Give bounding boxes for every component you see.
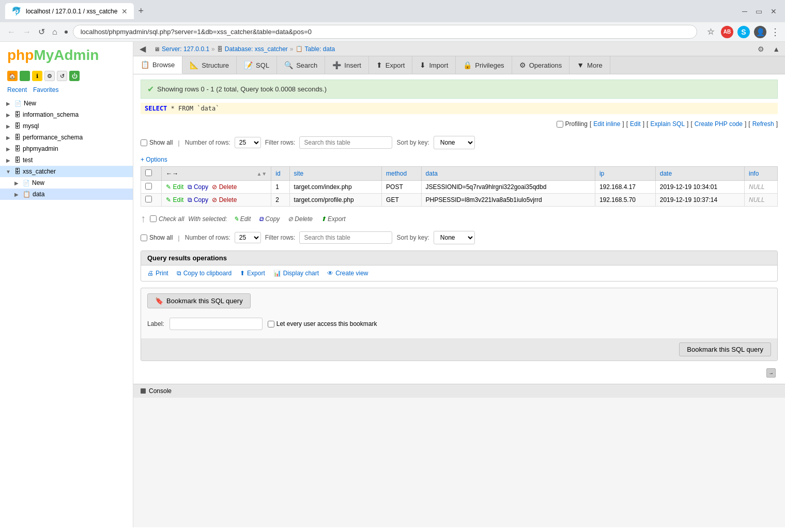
settings-quick-icon[interactable]: ⚙ xyxy=(44,71,55,81)
exit-quick-icon[interactable]: ⏻ xyxy=(69,71,80,81)
print-link[interactable]: 🖨 Print xyxy=(147,270,168,277)
adblock-icon[interactable]: AB xyxy=(721,26,733,38)
with-selected-copy-btn[interactable]: ⧉ Copy xyxy=(257,215,282,223)
scroll-to-top-icon[interactable]: ↑ xyxy=(141,213,146,225)
home-button[interactable]: ⌂ xyxy=(50,25,59,39)
select-all-checkbox[interactable] xyxy=(145,169,152,176)
with-selected-export-btn[interactable]: ⬆ Export xyxy=(319,215,348,223)
check-all-label[interactable]: Check all xyxy=(150,215,184,223)
edit-row-link[interactable]: ✎ Edit xyxy=(166,196,183,204)
tab-operations[interactable]: ⚙ Operations xyxy=(512,56,570,74)
settings-button[interactable]: ⚙ xyxy=(755,43,767,55)
col-info-link[interactable]: info xyxy=(749,170,759,177)
rows-select-bottom[interactable]: 25 50 100 xyxy=(235,232,261,243)
edit-inline-link[interactable]: Edit inline xyxy=(593,120,620,128)
console-bar[interactable]: Console xyxy=(133,384,785,398)
bookmark-label-input[interactable] xyxy=(170,318,263,330)
address-bar[interactable] xyxy=(73,25,697,39)
tab-insert[interactable]: ➕ Insert xyxy=(325,56,369,74)
tab-privileges[interactable]: 🔒 Privileges xyxy=(456,56,512,74)
copy-row-link[interactable]: ⧉ Copy xyxy=(188,196,208,204)
create-php-link[interactable]: Create PHP code xyxy=(695,120,743,128)
tab-structure[interactable]: 📐 Structure xyxy=(182,56,237,74)
breadcrumb-table[interactable]: Table: data xyxy=(305,45,335,53)
bookmark-access-label[interactable]: Let every user access this bookmark xyxy=(268,320,377,327)
row-checkbox[interactable] xyxy=(145,183,152,190)
tab-more[interactable]: ▼ More xyxy=(569,56,610,74)
bookmark-access-checkbox[interactable] xyxy=(268,321,274,327)
home-quick-icon[interactable]: 🏠 xyxy=(7,71,18,81)
recent-link[interactable]: Recent xyxy=(7,86,27,93)
check-all-checkbox[interactable] xyxy=(150,215,157,222)
sidebar-item-performance_schema[interactable]: ▶ 🗄 performance_schema xyxy=(0,132,133,143)
sidebar-item-xss_catcher[interactable]: ▼ 🗄 xss_catcher xyxy=(0,166,133,177)
sort-select-top[interactable]: None xyxy=(434,136,475,149)
sql-quick-icon[interactable] xyxy=(20,71,30,81)
with-selected-delete-btn[interactable]: ⊘ Delete xyxy=(286,215,315,223)
tab-browse[interactable]: 📋 Browse xyxy=(133,56,182,74)
col-data-link[interactable]: data xyxy=(426,170,438,177)
tab-close-icon[interactable]: ✕ xyxy=(121,7,128,15)
col-method-link[interactable]: method xyxy=(386,170,407,177)
display-chart-link[interactable]: 📊 Display chart xyxy=(273,270,319,277)
breadcrumb-database[interactable]: Database: xss_catcher xyxy=(225,45,288,53)
profile-icon[interactable]: 👤 xyxy=(754,26,766,38)
minimize-button[interactable]: ─ xyxy=(739,6,750,17)
back-button[interactable]: ← xyxy=(5,25,18,39)
delete-row-link[interactable]: ⊘ Delete xyxy=(212,183,237,191)
close-button[interactable]: ✕ xyxy=(767,6,780,17)
explain-sql-link[interactable]: Explain SQL xyxy=(650,120,685,128)
sort-select-bottom[interactable]: None xyxy=(434,231,475,244)
rows-select-top[interactable]: 25 50 100 xyxy=(235,137,261,148)
qr-export-link[interactable]: ⬆ Export xyxy=(240,270,265,277)
edit-link[interactable]: Edit xyxy=(630,120,641,128)
sidebar-item-new-top[interactable]: ▶ 📄 New xyxy=(0,98,133,109)
col-id-link[interactable]: id xyxy=(275,170,280,177)
refresh-link[interactable]: Refresh xyxy=(752,120,774,128)
bookmark-header-btn[interactable]: 🔖 Bookmark this SQL query xyxy=(147,293,251,308)
with-selected-edit-btn[interactable]: ✎ Edit xyxy=(232,215,253,223)
tab-sql[interactable]: 📝 SQL xyxy=(237,56,277,74)
sidebar-item-information_schema[interactable]: ▶ 🗄 information_schema xyxy=(0,109,133,120)
tab-search[interactable]: 🔍 Search xyxy=(277,56,325,74)
collapse-sidebar-button[interactable]: ◀ xyxy=(135,42,150,56)
show-all-checkbox-bottom[interactable] xyxy=(141,234,147,241)
browser-tab[interactable]: 🐬 localhost / 127.0.0.1 / xss_catche ✕ xyxy=(5,3,134,19)
show-all-checkbox-top[interactable] xyxy=(141,139,147,146)
delete-row-link[interactable]: ⊘ Delete xyxy=(212,196,237,204)
forward-button[interactable]: → xyxy=(21,25,33,39)
filter-input-bottom[interactable] xyxy=(299,231,392,244)
tab-export[interactable]: ⬆ Export xyxy=(369,56,413,74)
create-view-link[interactable]: 👁 Create view xyxy=(327,270,368,277)
sidebar-item-phpmyadmin[interactable]: ▶ 🗄 phpmyadmin xyxy=(0,143,133,154)
show-all-label-top[interactable]: Show all xyxy=(141,139,173,146)
profiling-checkbox[interactable] xyxy=(557,121,563,128)
maximize-button[interactable]: ▭ xyxy=(752,6,765,17)
col-site-link[interactable]: site xyxy=(294,170,304,177)
col-ip-link[interactable]: ip xyxy=(599,170,604,177)
tab-import[interactable]: ⬇ Import xyxy=(412,56,456,74)
skype-icon[interactable]: S xyxy=(737,26,750,38)
chrome-menu-icon[interactable]: ⋮ xyxy=(771,26,780,38)
refresh-quick-icon[interactable]: ↺ xyxy=(57,71,67,81)
filter-input-top[interactable] xyxy=(299,136,392,149)
query-results-header[interactable]: Query results operations xyxy=(141,251,777,265)
reload-button[interactable]: ↺ xyxy=(36,25,47,39)
copy-row-link[interactable]: ⧉ Copy xyxy=(188,183,208,191)
favorites-link[interactable]: Favorites xyxy=(33,86,58,93)
sidebar-item-test[interactable]: ▶ 🗄 test xyxy=(0,154,133,166)
scroll-right-btn[interactable]: → xyxy=(766,368,776,378)
info-quick-icon[interactable]: ℹ xyxy=(32,71,42,81)
options-link[interactable]: + Options xyxy=(141,156,167,163)
sidebar-item-data-table[interactable]: ▶ 📋 data xyxy=(0,189,133,200)
bookmark-submit-btn[interactable]: Bookmark this SQL query xyxy=(679,342,771,356)
sidebar-item-mysql[interactable]: ▶ 🗄 mysql xyxy=(0,120,133,132)
edit-row-link[interactable]: ✎ Edit xyxy=(166,183,183,191)
bookmark-icon[interactable]: ☆ xyxy=(704,26,717,38)
copy-to-clipboard-link[interactable]: ⧉ Copy to clipboard xyxy=(177,270,232,277)
new-tab-button[interactable]: + xyxy=(138,6,144,17)
col-date-link[interactable]: date xyxy=(660,170,672,177)
show-all-label-bottom[interactable]: Show all xyxy=(141,234,173,241)
breadcrumb-server[interactable]: Server: 127.0.0.1 xyxy=(162,45,209,53)
sidebar-item-new-child[interactable]: ▶ 📄 New xyxy=(0,177,133,189)
